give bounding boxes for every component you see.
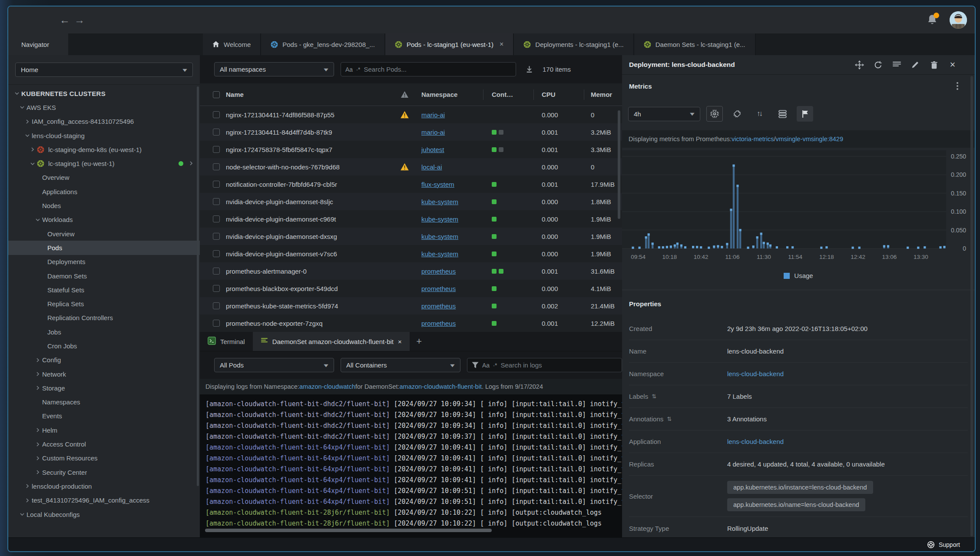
column-header-namespace[interactable]: Namespace — [421, 91, 492, 98]
memory-metric-button[interactable] — [729, 106, 745, 122]
containers-filter[interactable]: All Containers ▼ — [341, 358, 460, 372]
metrics-range-select[interactable]: 4h ▼ — [628, 107, 700, 121]
table-row[interactable]: nvidia-device-plugin-daemonset-c969tkube… — [200, 210, 622, 228]
table-row[interactable]: nginx-1721304411-84d4ff7d4b-87tk9mario-a… — [200, 123, 622, 141]
sort-toggle-icon[interactable]: ⇅ — [667, 416, 672, 422]
namespace-link[interactable]: prometheus — [421, 285, 456, 292]
tab-deployments-lc-staging1-e[interactable]: Deployments - lc-staging1 (e... — [514, 33, 634, 55]
sidebar-item-deployments[interactable]: Deployments — [8, 255, 200, 269]
pods-filter[interactable]: All Pods ▼ — [214, 358, 334, 372]
sidebar-item-overview[interactable]: Overview — [8, 171, 200, 185]
new-dock-tab-button[interactable]: + — [410, 332, 429, 351]
property-link[interactable]: lens-cloud-backend — [727, 438, 784, 445]
move-button[interactable] — [854, 60, 864, 70]
sidebar-item-overview[interactable]: Overview — [8, 227, 200, 241]
match-case-icon[interactable]: Aa — [345, 66, 353, 73]
row-checkbox[interactable] — [213, 233, 220, 240]
sidebar-scrollbar[interactable] — [197, 86, 199, 486]
row-checkbox[interactable] — [213, 111, 220, 118]
namespace-link[interactable]: prometheus — [421, 302, 456, 310]
namespace-filter[interactable]: All namespaces ▼ — [214, 62, 334, 76]
chevron-down-icon[interactable] — [33, 217, 42, 223]
sidebar-item-custom-resources[interactable]: Custom Resources — [8, 451, 200, 465]
column-header-containers[interactable]: Cont… — [492, 91, 542, 98]
metrics-endpoint-link[interactable]: vmsingle-vmsingle:8429 — [775, 136, 843, 142]
sidebar-item-stateful-sets[interactable]: Stateful Sets — [8, 283, 200, 297]
column-header-name[interactable]: Name — [226, 91, 387, 98]
pods-search-input[interactable] — [364, 66, 511, 73]
chevron-down-icon[interactable] — [28, 161, 37, 167]
sidebar-item-replication-controllers[interactable]: Replication Controllers — [8, 311, 200, 325]
namespace-link[interactable]: kube-system — [421, 250, 458, 258]
close-panel-button[interactable]: × — [948, 60, 957, 70]
chevron-right-icon[interactable] — [33, 357, 42, 363]
sidebar-item-aws-eks[interactable]: AWS EKS — [8, 100, 200, 114]
row-checkbox[interactable] — [213, 250, 220, 257]
chevron-right-icon[interactable] — [33, 455, 42, 461]
table-row[interactable]: nvidia-device-plugin-daemonset-8sljckube… — [200, 193, 622, 210]
sidebar-item-security-center[interactable]: Security Center — [8, 465, 200, 479]
sidebar-item-nodes[interactable]: Nodes — [8, 199, 200, 212]
chevron-right-icon[interactable] — [23, 119, 32, 125]
tab-pods-lc-staging1-eu-west-1[interactable]: Pods - lc-staging1 (eu-west-1)× — [385, 33, 514, 55]
row-checkbox[interactable] — [213, 181, 220, 188]
table-scrollbar[interactable] — [618, 110, 620, 219]
regex-icon[interactable]: ∙* — [493, 362, 497, 369]
refresh-button[interactable] — [873, 60, 883, 70]
chevron-right-icon[interactable] — [23, 497, 32, 503]
row-checkbox[interactable] — [213, 129, 220, 136]
row-checkbox[interactable] — [213, 215, 220, 222]
sidebar-item-lc-staging-demo-k8s-eu-west-1[interactable]: lc-staging-demo-k8s (eu-west-1) — [8, 142, 200, 156]
chart-legend[interactable]: Usage — [622, 261, 975, 290]
namespace-link[interactable]: prometheus — [421, 320, 456, 327]
chevron-right-icon[interactable] — [33, 385, 42, 391]
forward-button[interactable]: → — [72, 13, 87, 27]
table-row[interactable]: notification-controller-7bfbfd6479-cbl5r… — [200, 175, 622, 193]
sidebar-item-network[interactable]: Network — [8, 367, 200, 381]
sidebar-item-events[interactable]: Events — [8, 409, 200, 423]
support-button[interactable]: Support — [939, 541, 960, 548]
sidebar-item-jobs[interactable]: Jobs — [8, 325, 200, 339]
chevron-right-icon[interactable] — [33, 427, 42, 433]
sidebar-item-access-control[interactable]: Access Control — [8, 437, 200, 451]
column-header-warnings[interactable] — [387, 91, 421, 98]
panel-scrollbar[interactable] — [970, 76, 973, 536]
flag-metric-button[interactable] — [797, 106, 813, 122]
sidebar-item-applications[interactable]: Applications — [8, 185, 200, 199]
row-checkbox[interactable] — [213, 285, 220, 292]
logs-search-input[interactable] — [500, 361, 617, 369]
back-button[interactable]: ← — [57, 13, 72, 27]
chevron-right-icon[interactable] — [189, 160, 194, 167]
network-metric-button[interactable]: ↑↓ — [752, 106, 768, 122]
chevron-down-icon[interactable] — [18, 511, 26, 517]
sidebar-item-lenscloud-production[interactable]: lenscloud-production — [8, 479, 200, 493]
table-row[interactable]: prometheus-blackbox-exporter-549dcdprome… — [200, 280, 622, 297]
edit-button[interactable] — [910, 60, 920, 70]
notifications-button[interactable] — [927, 14, 938, 26]
chevron-right-icon[interactable] — [33, 371, 42, 377]
delete-button[interactable] — [929, 60, 939, 70]
sidebar-item-cron-jobs[interactable]: Cron Jobs — [8, 339, 200, 353]
namespace-link[interactable]: mario-ai — [421, 129, 445, 136]
chevron-right-icon[interactable] — [23, 483, 32, 489]
row-checkbox[interactable] — [213, 146, 220, 153]
tab-daemon-sets-lc-staging1-e[interactable]: Daemon Sets - lc-staging1 (e... — [634, 33, 756, 55]
table-row[interactable]: prometheus-node-exporter-7zgxqprometheus… — [200, 314, 622, 332]
namespace-link[interactable]: kube-system — [421, 233, 458, 240]
home-selector[interactable]: Home ▼ — [15, 63, 193, 77]
namespace-link[interactable]: flux-system — [421, 181, 454, 188]
table-row[interactable]: nvidia-device-plugin-daemonset-dxsxgkube… — [200, 228, 622, 245]
table-row[interactable]: node-selector-with-no-nodes-767b9d68loca… — [200, 158, 622, 175]
chevron-right-icon[interactable] — [33, 441, 42, 447]
row-checkbox[interactable] — [213, 320, 220, 327]
tab-pods-gke-lens-dev-298208[interactable]: Pods - gke_lens-dev-298208_... — [261, 33, 385, 55]
chevron-down-icon[interactable] — [13, 90, 21, 96]
namespace-link[interactable]: juhotest — [421, 146, 444, 153]
table-row[interactable]: nginx-1721304411-74df86f588-87p55mario-a… — [200, 106, 622, 123]
chevron-down-icon[interactable] — [18, 104, 26, 110]
select-all-checkbox[interactable] — [213, 91, 220, 98]
log-daemonset-link[interactable]: amazon-cloudwatch-fluent-bit — [400, 383, 482, 390]
namespace-link[interactable]: kube-system — [421, 198, 458, 205]
property-link[interactable]: lens-cloud-backend — [727, 370, 784, 377]
dock-active-tab[interactable]: DaemonSet amazon-cloudwatch-fluent-bit × — [253, 332, 410, 351]
